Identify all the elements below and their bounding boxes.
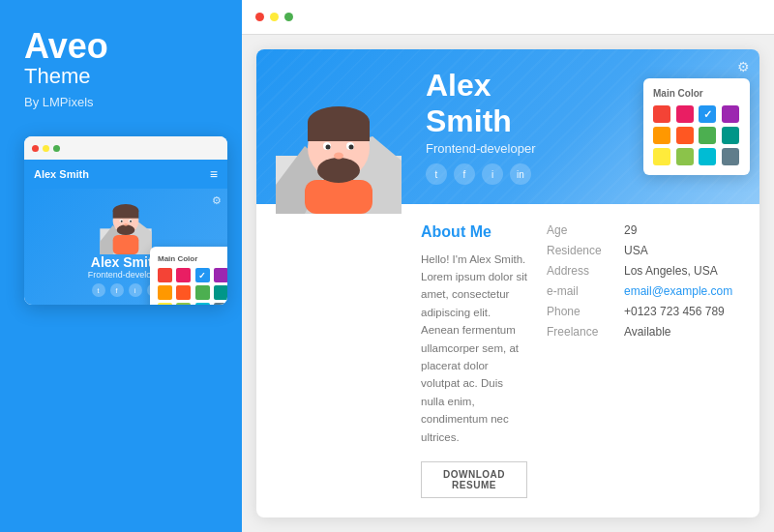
info-value-age: 29 (624, 223, 637, 237)
mini-facebook-icon[interactable]: f (110, 283, 124, 297)
mini-nav-title: Alex Smith (34, 168, 89, 180)
brand-subtitle: Theme (24, 64, 90, 89)
mini-swatch-10[interactable] (195, 303, 210, 305)
svg-rect-17 (305, 180, 372, 214)
info-label-residence: Residence (547, 244, 614, 257)
svg-rect-6 (113, 211, 139, 219)
hero-swatch-0[interactable] (653, 105, 670, 123)
info-label-phone: Phone (547, 305, 614, 318)
info-row-age: Age 29 (547, 223, 740, 237)
mini-swatch-0[interactable] (158, 268, 172, 282)
hero-swatch-5[interactable] (676, 127, 694, 144)
about-prefix: About (421, 223, 470, 240)
svg-rect-27 (324, 160, 353, 166)
mini-twitter-icon[interactable]: t (92, 283, 105, 297)
mini-avatar (97, 196, 155, 254)
info-label-email: e-mail (547, 284, 614, 298)
mini-swatch-3[interactable] (214, 268, 227, 282)
svg-point-24 (326, 144, 331, 149)
hero-gear-icon[interactable]: ⚙ (737, 59, 750, 74)
browser-dot-green (284, 13, 293, 21)
mini-color-picker-label: Main Color (158, 254, 227, 263)
hero-twitter-icon[interactable]: t (426, 163, 447, 185)
profile-hero-text: Alex Smith Frontend-developer t f i in (426, 68, 585, 185)
info-row-freelance: Freelance Available (547, 325, 740, 339)
hero-swatch-7[interactable] (722, 127, 739, 144)
svg-point-26 (334, 152, 343, 159)
browser-dot-yellow (270, 13, 279, 21)
hero-swatch-8[interactable] (653, 148, 670, 165)
info-value-phone: +0123 723 456 789 (624, 305, 725, 318)
hero-linkedin-icon[interactable]: in (510, 163, 531, 185)
browser-bar (242, 0, 774, 35)
svg-point-10 (121, 221, 123, 222)
hero-swatch-9[interactable] (676, 148, 694, 165)
profile-content: About Me Hello! I'm Alex Smith. Lorem ip… (256, 204, 759, 517)
hero-instagram-icon[interactable]: i (482, 163, 503, 185)
mini-instagram-icon[interactable]: i (129, 283, 142, 297)
mini-color-grid (158, 268, 227, 305)
hero-swatch-2[interactable] (699, 105, 716, 123)
brand-title: Aveo (24, 29, 108, 64)
info-value-address: Los Angeles, USA (624, 264, 718, 278)
svg-rect-3 (113, 235, 139, 254)
mini-swatch-2[interactable] (195, 268, 210, 282)
info-value-email[interactable]: email@example.com (624, 284, 732, 298)
svg-point-12 (124, 223, 128, 226)
mini-swatch-4[interactable] (158, 285, 172, 300)
mini-gear-icon[interactable]: ⚙ (212, 194, 222, 207)
profile-hero-socials: t f i in (426, 163, 585, 185)
mini-dot-red (32, 145, 39, 152)
hero-swatch-6[interactable] (699, 127, 716, 144)
svg-point-11 (130, 221, 132, 222)
mini-swatch-11[interactable] (214, 303, 227, 305)
info-value-freelance: Available (624, 325, 670, 339)
about-highlight: Me (470, 223, 491, 240)
profile-hero-name: Alex Smith (426, 68, 585, 139)
mini-nav: Alex Smith ≡ (24, 160, 227, 189)
hero-cp-grid (653, 105, 740, 165)
hero-swatch-11[interactable] (722, 148, 739, 165)
hero-swatch-10[interactable] (699, 148, 716, 165)
hero-cp-label: Main Color (653, 88, 740, 99)
mini-swatch-6[interactable] (195, 285, 210, 300)
profile-avatar (276, 88, 402, 214)
profile-hero: ⚙ (256, 49, 759, 204)
mini-swatch-1[interactable] (176, 268, 191, 282)
mini-swatch-5[interactable] (176, 285, 191, 300)
brand-by: By LMPixels (24, 95, 94, 109)
mini-topbar (24, 136, 227, 160)
info-row-email: e-mail email@example.com (547, 284, 740, 298)
info-row-residence: Residence USA (547, 244, 740, 257)
download-resume-button[interactable]: DOWNLOAD RESUME (421, 461, 527, 498)
mini-swatch-9[interactable] (176, 303, 191, 305)
mini-hamburger-icon[interactable]: ≡ (210, 166, 218, 182)
info-label-freelance: Freelance (547, 325, 614, 339)
hero-swatch-3[interactable] (722, 105, 739, 123)
mini-swatch-8[interactable] (158, 303, 172, 305)
mini-hero: ⚙ (24, 189, 227, 305)
about-title: About Me (421, 223, 527, 241)
mini-dot-green (53, 145, 60, 152)
hero-swatch-1[interactable] (676, 105, 694, 123)
hero-swatch-4[interactable] (653, 127, 670, 144)
svg-rect-13 (119, 226, 132, 229)
right-panel: ⚙ (242, 0, 774, 532)
info-table: Age 29 Residence USA Address Los Angeles… (547, 223, 740, 498)
left-panel: Aveo Theme By LMPixels Alex Smith ≡ ⚙ (0, 0, 242, 532)
mini-color-picker: Main Color (150, 247, 227, 305)
profile-card: ⚙ (256, 49, 759, 517)
hero-color-picker: Main Color (643, 78, 750, 175)
mini-dot-yellow (43, 145, 49, 152)
svg-point-25 (349, 144, 354, 149)
svg-rect-20 (308, 122, 370, 141)
about-section: About Me Hello! I'm Alex Smith. Lorem ip… (421, 223, 527, 498)
hero-facebook-icon[interactable]: f (454, 163, 475, 185)
mini-swatch-7[interactable] (214, 285, 227, 300)
profile-hero-role: Frontend-developer (426, 141, 585, 156)
info-row-address: Address Los Angeles, USA (547, 264, 740, 278)
info-label-address: Address (547, 264, 614, 278)
mini-device-mockup: Alex Smith ≡ ⚙ (24, 136, 227, 305)
browser-dot-red (255, 13, 264, 21)
info-row-phone: Phone +0123 723 456 789 (547, 305, 740, 318)
